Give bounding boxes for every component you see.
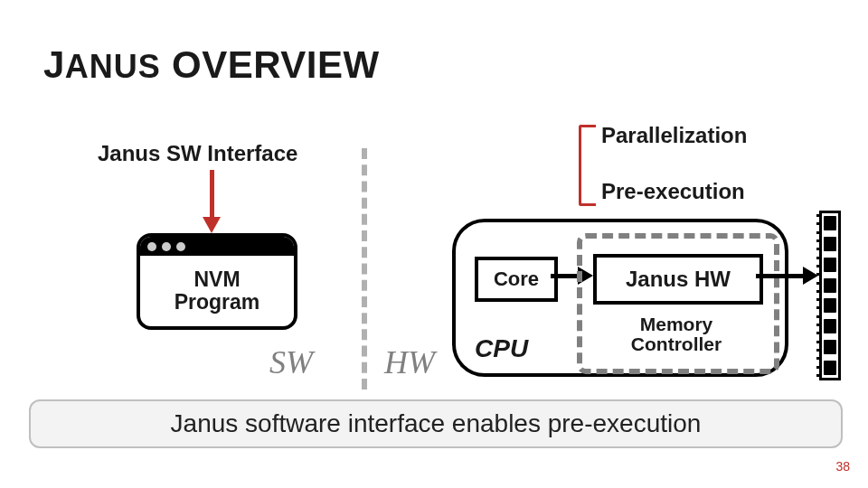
core-label: Core — [494, 267, 539, 291]
nvm-program-box: NVMProgram — [137, 233, 297, 330]
window-dot-icon — [147, 242, 156, 251]
window-titlebar-icon — [140, 237, 294, 256]
slide: JANUS OVERVIEW Janus SW Interface Parall… — [0, 0, 868, 488]
hw-side-label: HW — [384, 343, 435, 381]
cpu-label: CPU — [475, 334, 528, 363]
window-dot-icon — [176, 242, 185, 251]
sw-side-label: SW — [269, 343, 313, 381]
sw-interface-label: Janus SW Interface — [98, 141, 297, 166]
slide-title: JANUS OVERVIEW — [43, 43, 380, 87]
nvm-program-text: NVMProgram — [175, 268, 260, 314]
arrow-mc-to-dimm-icon — [756, 267, 818, 285]
slide-number: 38 — [835, 459, 850, 474]
parallelization-label: Parallelization — [601, 123, 747, 148]
janus-hw-box: Janus HW — [593, 254, 763, 305]
title-word-1: JANUS — [43, 43, 161, 86]
bracket-icon — [579, 125, 596, 206]
sw-hw-divider — [362, 148, 367, 389]
memory-controller-label: MemoryController — [613, 314, 740, 354]
title-word-1-sc: ANUS — [65, 48, 161, 85]
title-word-2: OVERVIEW — [172, 43, 380, 86]
nvm-program-label: NVMProgram — [140, 256, 294, 326]
caption-bar: Janus software interface enables pre-exe… — [29, 399, 843, 448]
preexecution-label: Pre-execution — [601, 179, 745, 204]
caption-text: Janus software interface enables pre-exe… — [171, 409, 702, 438]
window-dot-icon — [162, 242, 171, 251]
janus-hw-label: Janus HW — [626, 267, 731, 292]
dimm-icon — [816, 211, 844, 380]
core-box: Core — [475, 257, 558, 302]
arrow-sw-to-nvm-icon — [203, 170, 221, 233]
memory-controller-text: MemoryController — [631, 314, 722, 354]
